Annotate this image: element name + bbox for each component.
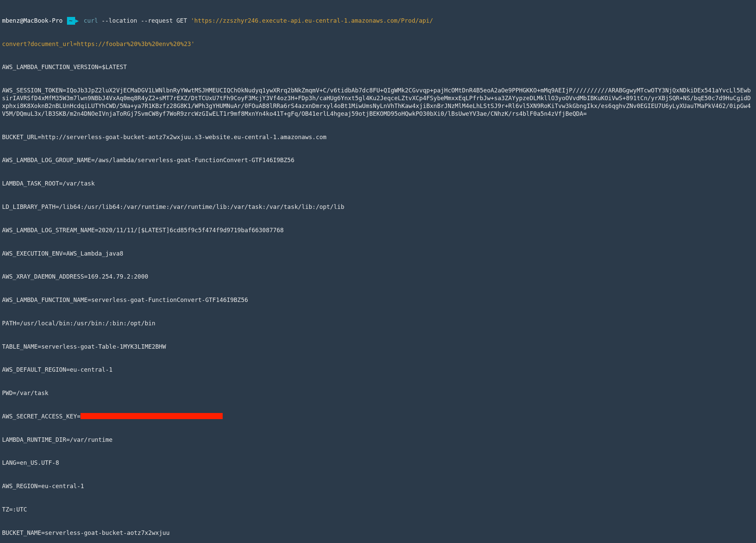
command-url-part2: convert?document_url=https://foobar%20%3…: [2, 41, 191, 47]
env-line: TABLE_NAME=serverless-goat-Table-1MYK3LI…: [2, 343, 754, 351]
env-line: PATH=/usr/local/bin:/usr/bin:/:bin:/opt/…: [2, 320, 754, 327]
env-line-secret-access-key: AWS_SECRET_ACCESS_KEY=: [2, 413, 754, 420]
env-line: LD_LIBRARY_PATH=/lib64:/usr/lib64:/var/r…: [2, 203, 754, 211]
env-line: AWS_LAMBDA_LOG_GROUP_NAME=/aws/lambda/se…: [2, 156, 754, 164]
command-flags: --location --request GET: [98, 17, 191, 24]
prompt-line-2: convert?document_url=https://foobar%20%3…: [2, 40, 754, 48]
env-line: LANG=en_US.UTF-8: [2, 459, 754, 467]
env-line: LAMBDA_TASK_ROOT=/var/task: [2, 180, 754, 188]
terminal-window[interactable]: mbenz@MacBook-Pro ~▶ curl --location --r…: [0, 0, 756, 543]
prompt-arrow-icon: ~: [67, 17, 75, 25]
redacted-bar: [81, 413, 223, 419]
command-url-open-quote: ': [191, 17, 194, 24]
env-line: AWS_EXECUTION_ENV=AWS_Lambda_java8: [2, 250, 754, 258]
env-line: AWS_LAMBDA_LOG_STREAM_NAME=2020/11/11/[$…: [2, 226, 754, 234]
env-line: AWS_REGION=eu-central-1: [2, 482, 754, 490]
prompt-line[interactable]: mbenz@MacBook-Pro ~▶ curl --location --r…: [2, 17, 754, 25]
env-line: BUCKET_URL=http://serverless-goat-bucket…: [2, 133, 754, 141]
env-line: LAMBDA_RUNTIME_DIR=/var/runtime: [2, 436, 754, 444]
prompt-user: mbenz@MacBook-Pro: [2, 17, 63, 24]
env-line: PWD=/var/task: [2, 389, 754, 397]
env-line: AWS_DEFAULT_REGION=eu-central-1: [2, 366, 754, 374]
env-line: AWS_SESSION_TOKEN=IQoJb3JpZ2luX2VjECMaDG…: [2, 87, 754, 118]
env-line: BUCKET_NAME=serverless-goat-bucket-aotz7…: [2, 529, 754, 537]
env-line: AWS_XRAY_DAEMON_ADDRESS=169.254.79.2:200…: [2, 273, 754, 281]
env-line: TZ=:UTC: [2, 506, 754, 514]
command-url-close-quote: ': [191, 41, 195, 47]
env-line: AWS_LAMBDA_FUNCTION_NAME=serverless-goat…: [2, 296, 754, 304]
env-line: AWS_LAMBDA_FUNCTION_VERSION=$LATEST: [2, 63, 754, 71]
prompt-arrow-tail-icon: ▶: [75, 17, 79, 25]
command-url-part1: https://zzszhyr246.execute-api.eu-centra…: [194, 17, 433, 24]
command-curl: curl: [84, 17, 98, 24]
